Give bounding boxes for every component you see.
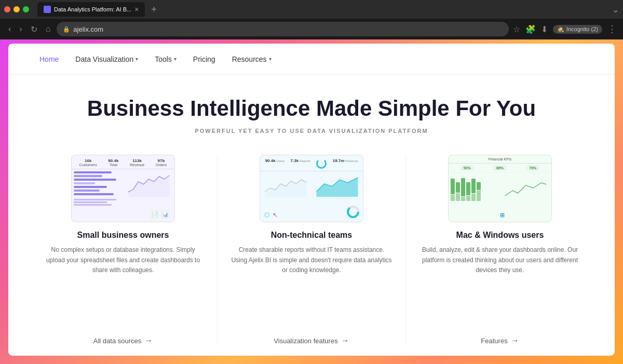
excel-icon: 📊 [161,210,169,219]
tab-bar: Data Analytics Platform: AI B... × + ⌄ [0,0,623,19]
card-desc-2: Create sharable reports without IT teams… [230,245,393,330]
card-desc-3: Build, analyze, edit & share your dashbo… [418,245,581,330]
chevron-down-icon: ▾ [136,56,138,62]
nav-data-visualization[interactable]: Data Visualization ▾ [75,55,138,63]
dashboard-preview-1: 16kCustomers 90.4kTotal 113kRevenue 97bO… [71,155,175,222]
os-icons: ⊞ [496,212,505,219]
dashboard-preview-3: Financial KPIs 93% 86% 70% [448,155,552,222]
card-link-1[interactable]: All data sources → [93,336,153,345]
card-nontechnical: 90.4k Users 7.3k Reports 19.7m Revenue [217,155,405,345]
extension-icon[interactable]: 🧩 [525,24,536,34]
card-mac-windows: Financial KPIs 93% 86% 70% [405,155,594,345]
card-link-3[interactable]: Features → [481,336,519,345]
back-button[interactable]: ‹ [6,23,13,35]
new-tab-button[interactable]: + [149,4,159,15]
dashboard-preview-2: 90.4k Users 7.3k Reports 19.7m Revenue [260,155,363,222]
site-navigation: Home Data Visualization ▾ Tools ▾ Pricin… [8,44,615,75]
nav-home[interactable]: Home [39,55,59,63]
nav-tools[interactable]: Tools ▾ [155,55,177,63]
tab-favicon [44,6,51,13]
line-chart-3 [502,175,549,201]
home-button[interactable]: ⌂ [44,23,53,35]
card-title-2: Non-technical teams [271,231,352,240]
windows-icon: ⊞ [500,212,505,219]
csv-icon: 📄 [151,210,159,219]
share-cursor-icons: ⬡ ↖ [264,211,278,219]
browser-content: Home Data Visualization ▾ Tools ▾ Pricin… [8,44,615,356]
minimize-button[interactable] [13,6,20,12]
bar-chart-3 [451,175,498,201]
file-icons: 📄 📊 [151,210,169,219]
download-icon[interactable]: ⬇ [541,24,548,34]
address-bar: ‹ › ↻ ⌂ 🔒 ajelix.com ☆ 🧩 ⬇ 🕵 Incognito (… [0,19,623,39]
donut-chart [345,204,361,220]
card-title-3: Mac & Windows users [456,231,544,240]
url-bar[interactable]: 🔒 ajelix.com [57,22,509,36]
arrow-icon: → [144,336,153,345]
hero-section: Business Intelligence Made Simple For Yo… [8,75,615,144]
card-desc-1: No complex setups or database integratio… [42,245,205,330]
close-button[interactable] [4,6,10,12]
chevron-down-icon: ▾ [269,56,272,62]
nav-resources[interactable]: Resources ▾ [232,55,272,63]
tab-close-icon[interactable]: × [134,5,139,14]
card-title-1: Small business owners [77,231,169,240]
lock-icon: 🔒 [63,26,70,33]
nav-pricing[interactable]: Pricing [193,55,215,63]
wave-chart-1 [125,171,172,197]
cards-section: 16kCustomers 90.4kTotal 113kRevenue 97bO… [8,144,615,356]
active-tab[interactable]: Data Analytics Platform: AI B... × [37,2,145,17]
hero-subtitle: POWERFUL YET EASY TO USE DATA VISUALIZAT… [39,128,584,134]
tab-title: Data Analytics Platform: AI B... [54,6,131,12]
card-small-business: 16kCustomers 90.4kTotal 113kRevenue 97bO… [29,155,217,345]
bookmark-icon[interactable]: ☆ [513,24,520,34]
wave-chart-2b [314,173,361,197]
address-actions: ☆ 🧩 ⬇ 🕵 Incognito (2) ⋮ [513,23,617,35]
hero-title: Business Intelligence Made Simple For Yo… [39,96,584,122]
arrow-icon: → [341,336,349,345]
traffic-lights [4,6,29,12]
incognito-badge: 🕵 Incognito (2) [553,25,602,34]
browser-chrome: Data Analytics Platform: AI B... × + ⌄ ‹… [0,0,623,39]
incognito-icon: 🕵 [557,26,564,33]
arrow-icon: → [511,336,519,345]
share-icon: ⬡ [264,211,269,219]
chevron-down-icon: ▾ [174,56,177,62]
cursor-icon: ↖ [273,211,278,219]
wave-chart-2a [262,173,309,197]
incognito-label: Incognito (2) [566,26,598,32]
expand-button[interactable]: ⌄ [612,5,619,15]
maximize-button[interactable] [23,6,29,12]
url-text: ajelix.com [73,25,103,33]
forward-button[interactable]: › [17,23,24,35]
card-link-2[interactable]: Visualization features → [274,336,349,345]
more-options-button[interactable]: ⋮ [607,23,617,35]
refresh-button[interactable]: ↻ [29,23,39,35]
